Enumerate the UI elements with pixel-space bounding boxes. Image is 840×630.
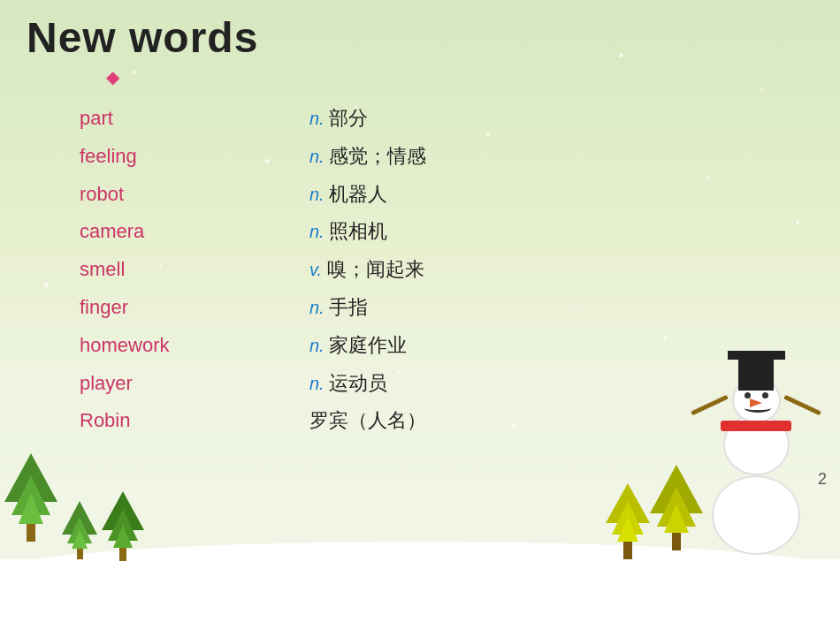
word-english-2: robot [80, 181, 221, 209]
word-english-5: finger [80, 294, 221, 322]
english-words-list: partfeelingrobotcamerasmellfingerhomewor… [80, 105, 221, 435]
page-title: New words [27, 13, 813, 62]
word-chinese-1: n. 感觉；情感 [309, 143, 426, 171]
word-english-6: homework [80, 332, 221, 360]
diamond-icon: ◆ [106, 66, 813, 87]
word-english-4: smell [80, 256, 221, 284]
main-content: New words ◆ partfeelingrobotcamerasmellf… [0, 0, 840, 448]
tree-left-small [62, 501, 97, 559]
word-english-0: part [80, 105, 221, 133]
word-chinese-8: 罗宾（人名） [309, 407, 426, 435]
words-container: partfeelingrobotcamerasmellfingerhomewor… [80, 105, 813, 435]
tree-right-medium [606, 483, 650, 559]
word-chinese-6: n. 家庭作业 [309, 332, 426, 360]
tree-left-medium [102, 491, 144, 561]
word-chinese-3: n. 照相机 [309, 218, 426, 246]
word-english-1: feeling [80, 143, 221, 171]
tree-left-tall [4, 453, 57, 542]
tree-right-tall [650, 465, 703, 550]
word-english-7: player [80, 370, 221, 398]
word-english-8: Robin [80, 407, 221, 435]
word-english-3: camera [80, 218, 221, 246]
page-number: 2 [818, 470, 827, 489]
chinese-words-list: n. 部分n. 感觉；情感n. 机器人n. 照相机v. 嗅；闻起来n. 手指n.… [309, 105, 426, 435]
word-chinese-5: n. 手指 [309, 294, 426, 322]
word-chinese-4: v. 嗅；闻起来 [309, 256, 426, 284]
word-chinese-7: n. 运动员 [309, 370, 426, 398]
word-chinese-0: n. 部分 [309, 105, 426, 133]
word-chinese-2: n. 机器人 [309, 181, 426, 209]
